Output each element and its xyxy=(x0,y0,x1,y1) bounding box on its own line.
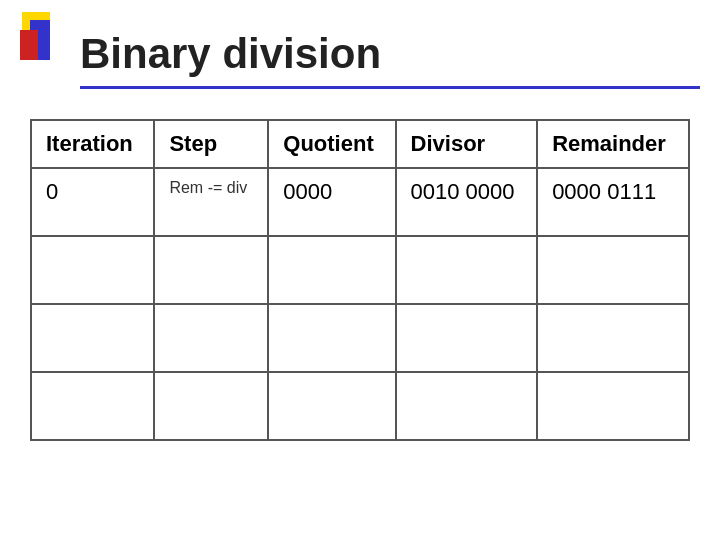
cell-divisor-3 xyxy=(396,372,538,440)
cell-quotient-3 xyxy=(268,372,395,440)
col-header-iteration: Iteration xyxy=(31,120,154,168)
col-header-divisor: Divisor xyxy=(396,120,538,168)
data-table: Iteration Step Quotient Divisor Remainde… xyxy=(30,119,690,441)
cell-divisor-1 xyxy=(396,236,538,304)
table-row xyxy=(31,236,689,304)
cell-step-3 xyxy=(154,372,268,440)
cell-remainder-0: 0000 0111 xyxy=(537,168,689,236)
col-header-step: Step xyxy=(154,120,268,168)
slide-title: Binary division xyxy=(80,30,381,77)
cell-step-0: Rem -= div xyxy=(154,168,268,236)
cell-divisor-2 xyxy=(396,304,538,372)
cell-step-1 xyxy=(154,236,268,304)
col-header-quotient: Quotient xyxy=(268,120,395,168)
cell-iteration-3 xyxy=(31,372,154,440)
table-header-row: Iteration Step Quotient Divisor Remainde… xyxy=(31,120,689,168)
table-row xyxy=(31,304,689,372)
cell-quotient-0: 0000 xyxy=(268,168,395,236)
cell-quotient-2 xyxy=(268,304,395,372)
title-area: Binary division xyxy=(80,30,700,89)
cell-iteration-2 xyxy=(31,304,154,372)
cell-quotient-1 xyxy=(268,236,395,304)
cell-remainder-1 xyxy=(537,236,689,304)
cell-iteration-0: 0 xyxy=(31,168,154,236)
cell-iteration-1 xyxy=(31,236,154,304)
cell-remainder-2 xyxy=(537,304,689,372)
slide-container: Binary division Iteration Step Quotient … xyxy=(0,0,720,540)
logo-square-red xyxy=(20,30,38,60)
col-header-remainder: Remainder xyxy=(537,120,689,168)
cell-step-2 xyxy=(154,304,268,372)
cell-divisor-0: 0010 0000 xyxy=(396,168,538,236)
table-row xyxy=(31,372,689,440)
cell-remainder-3 xyxy=(537,372,689,440)
content-area: Iteration Step Quotient Divisor Remainde… xyxy=(30,119,690,441)
table-row: 0Rem -= div00000010 00000000 0111 xyxy=(31,168,689,236)
logo-decoration xyxy=(20,10,70,70)
